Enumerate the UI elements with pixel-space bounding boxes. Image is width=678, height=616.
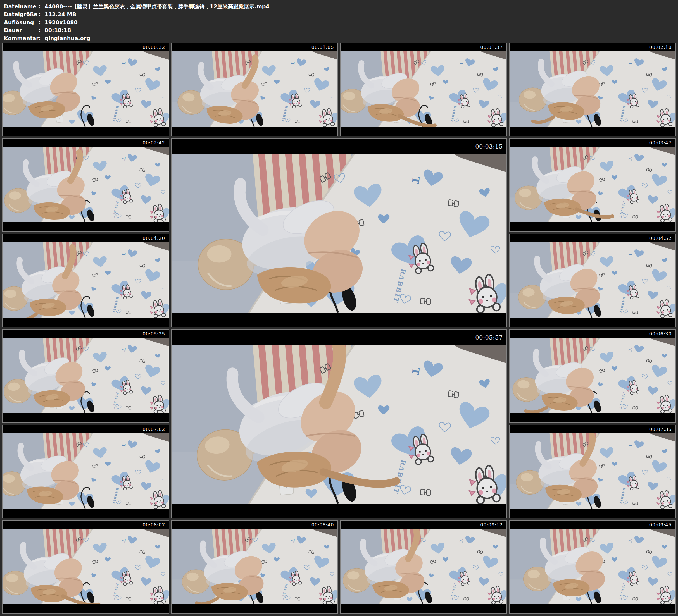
file-info-value: qinglanhua.org <box>45 34 90 42</box>
letterbox-top-bar: 00:06:30 <box>510 330 676 338</box>
video-frame: TRABBIT <box>341 529 506 604</box>
letterbox-bottom-bar <box>172 504 506 518</box>
video-frame-art: TRABBIT <box>510 147 676 222</box>
video-thumbnail: 00:02:42TRABBIT <box>2 138 169 232</box>
video-thumbnail: 00:00:32TRABBIT <box>2 43 169 136</box>
video-frame-art: TRABBIT <box>3 529 169 604</box>
file-info-value: 00:10:18 <box>45 26 71 34</box>
video-frame: TRABBIT <box>172 154 506 313</box>
video-frame: TRABBIT <box>3 242 169 318</box>
letterbox-bottom-bar <box>510 509 676 518</box>
video-frame: TRABBIT <box>510 433 676 509</box>
letterbox-bottom-bar <box>3 222 169 231</box>
video-frame-art: TRABBIT <box>510 433 676 509</box>
video-thumbnail: 00:04:52TRABBIT <box>509 234 676 327</box>
letterbox-top-bar: 00:05:25 <box>3 330 169 338</box>
file-info-label: Kommentar <box>4 34 39 42</box>
thumbnail-timestamp: 00:08:40 <box>311 522 334 528</box>
video-frame-art: TRABBIT <box>510 242 676 318</box>
letterbox-top-bar: 00:05:57 <box>172 330 506 345</box>
letterbox-bottom-bar <box>510 222 676 231</box>
letterbox-top-bar: 00:04:52 <box>510 234 676 242</box>
letterbox-top-bar: 00:07:02 <box>3 425 169 433</box>
file-info-header: Dateiname:44080----【幽灵】兰兰黑色胶衣，金属铠甲贞带套装，脖… <box>0 0 678 43</box>
video-frame: TRABBIT <box>510 51 676 127</box>
letterbox-bottom-bar <box>3 604 169 613</box>
video-frame: TRABBIT <box>3 51 169 127</box>
thumbnail-timestamp: 00:02:10 <box>649 44 672 50</box>
letterbox-top-bar: 00:08:40 <box>172 521 338 529</box>
file-info-row: Dateiname:44080----【幽灵】兰兰黑色胶衣，金属铠甲贞带套装，脖… <box>4 2 678 10</box>
thumbnail-timestamp: 00:07:35 <box>649 426 672 432</box>
video-frame: TRABBIT <box>510 338 676 413</box>
thumbnail-timestamp: 00:06:30 <box>649 331 672 337</box>
letterbox-bottom-bar <box>341 127 506 136</box>
video-thumbnail: 00:05:25TRABBIT <box>2 329 169 423</box>
video-frame-art: TRABBIT <box>510 529 676 604</box>
video-thumbnail: 00:06:30TRABBIT <box>509 329 676 423</box>
thumbnail-timestamp: 00:04:20 <box>143 235 165 241</box>
video-frame-art: TRABBIT <box>3 242 169 318</box>
letterbox-top-bar: 00:03:15 <box>172 139 506 154</box>
file-info-separator: : <box>39 26 41 34</box>
letterbox-bottom-bar <box>3 413 169 422</box>
video-thumbnail: 00:08:40TRABBIT <box>171 520 338 614</box>
thumbnail-timestamp: 00:05:25 <box>143 331 165 337</box>
letterbox-bottom-bar <box>510 127 676 136</box>
video-thumbnail: 00:07:35TRABBIT <box>509 425 676 518</box>
thumbnail-timestamp: 00:03:15 <box>475 143 502 150</box>
thumbnail-timestamp: 00:01:37 <box>480 44 502 50</box>
video-frame: TRABBIT <box>3 338 169 413</box>
video-frame-art: TRABBIT <box>341 529 506 604</box>
file-info-value: 112.24 MB <box>45 10 76 18</box>
file-info-label: Dauer <box>4 26 39 34</box>
letterbox-top-bar: 00:01:05 <box>172 43 338 51</box>
video-frame-art: TRABBIT <box>3 338 169 413</box>
video-thumbnail: 00:02:10TRABBIT <box>509 43 676 136</box>
video-frame-art: TRABBIT <box>172 529 338 604</box>
file-info-separator: : <box>39 2 41 10</box>
thumbnail-timestamp: 00:08:07 <box>143 522 165 528</box>
video-frame: TRABBIT <box>510 147 676 222</box>
letterbox-bottom-bar <box>172 604 338 613</box>
letterbox-top-bar: 00:07:35 <box>510 425 676 433</box>
video-frame: TRABBIT <box>341 51 506 127</box>
thumbnail-timestamp: 00:01:05 <box>311 44 334 50</box>
letterbox-top-bar: 00:03:47 <box>510 139 676 147</box>
video-frame-art: TRABBIT <box>3 147 169 222</box>
letterbox-bottom-bar <box>172 313 506 327</box>
thumbnail-timestamp: 00:07:02 <box>143 426 165 432</box>
thumbnail-timestamp: 00:00:32 <box>143 44 165 50</box>
file-info-value: 44080----【幽灵】兰兰黑色胶衣，金属铠甲贞带套装，脖手脚连铐，12厘米高… <box>45 2 270 10</box>
thumbnail-timestamp: 00:05:57 <box>475 334 502 341</box>
letterbox-bottom-bar <box>3 509 169 518</box>
video-frame: TRABBIT <box>510 529 676 604</box>
thumbnail-grid: 00:00:32TRABBIT 00:01:05TRABBIT 00:01:37… <box>0 43 678 616</box>
thumbnail-timestamp: 00:04:52 <box>649 235 672 241</box>
thumbnail-timestamp: 00:09:45 <box>649 522 672 528</box>
letterbox-bottom-bar <box>510 413 676 422</box>
file-info-label: Dateiname <box>4 2 39 10</box>
video-thumbnail: 00:03:47TRABBIT <box>509 138 676 232</box>
file-info-separator: : <box>39 34 41 42</box>
video-frame: TRABBIT <box>510 242 676 318</box>
letterbox-top-bar: 00:09:12 <box>341 521 506 529</box>
video-frame: TRABBIT <box>172 345 506 504</box>
letterbox-bottom-bar <box>172 127 338 136</box>
video-thumbnail: 00:03:15TRABBIT <box>171 138 507 327</box>
video-contact-sheet: Dateiname:44080----【幽灵】兰兰黑色胶衣，金属铠甲贞带套装，脖… <box>0 0 678 616</box>
video-thumbnail: 00:01:05TRABBIT <box>171 43 338 136</box>
thumbnail-timestamp: 00:09:12 <box>480 522 502 528</box>
video-thumbnail: 00:09:45TRABBIT <box>509 520 676 614</box>
file-info-row: Dateigröße:112.24 MB <box>4 10 678 18</box>
letterbox-bottom-bar <box>3 318 169 327</box>
video-thumbnail: 00:08:07TRABBIT <box>2 520 169 614</box>
letterbox-top-bar: 00:02:42 <box>3 139 169 147</box>
thumbnail-timestamp: 00:02:42 <box>143 140 165 146</box>
letterbox-top-bar: 00:04:20 <box>3 234 169 242</box>
letterbox-bottom-bar <box>341 604 506 613</box>
letterbox-bottom-bar <box>510 318 676 327</box>
video-frame: TRABBIT <box>3 147 169 222</box>
video-thumbnail: 00:04:20TRABBIT <box>2 234 169 327</box>
file-info-row: Auflösung:1920x1080 <box>4 18 678 26</box>
